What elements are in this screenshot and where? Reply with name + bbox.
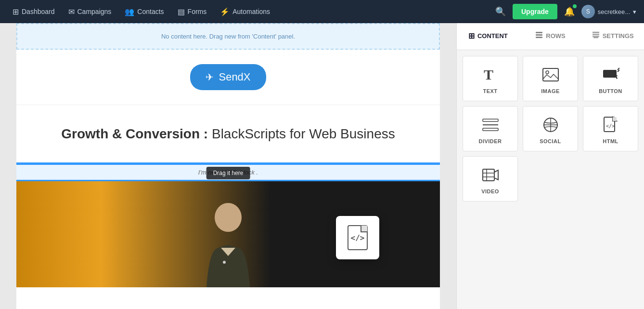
image-icon	[542, 66, 559, 83]
sendx-label: SendX	[219, 71, 250, 83]
svg-rect-4	[536, 37, 542, 38]
svg-rect-8	[592, 32, 599, 33]
username-label: secretkee...	[598, 8, 630, 15]
svg-marker-27	[494, 170, 498, 180]
html-brackets-icon: </>	[351, 233, 365, 242]
drag-tooltip: Drag it here	[206, 167, 250, 179]
block-html-label: HTML	[603, 138, 618, 144]
top-navigation: ⊞ Dashboard ✉ Campaigns 👥 Contacts ▤ For…	[0, 0, 644, 23]
block-image[interactable]: IMAGE	[523, 56, 578, 101]
svg-point-0	[215, 203, 242, 232]
svg-line-14	[618, 68, 619, 70]
svg-rect-19	[483, 128, 498, 131]
svg-line-15	[618, 70, 619, 72]
campaigns-icon: ✉	[68, 7, 75, 16]
nav-contacts-label: Contacts	[137, 8, 164, 15]
contacts-icon: 👥	[125, 7, 134, 16]
avatar: S	[581, 5, 595, 18]
chevron-down-icon: ▾	[633, 8, 636, 15]
notifications-button[interactable]: 🔔	[561, 3, 578, 20]
headline-text: Growth & Conversion : BlackScripts for W…	[45, 124, 411, 143]
right-panel: ⊞ CONTENT ROWS	[456, 23, 644, 309]
svg-rect-11	[543, 68, 558, 81]
button-icon	[602, 66, 619, 83]
nav-contacts[interactable]: 👥 Contacts	[120, 4, 168, 19]
content-tab-icon: ⊞	[468, 31, 475, 40]
logo-section: ✈ SendX	[16, 50, 440, 105]
nav-dashboard[interactable]: ⊞ Dashboard	[8, 4, 60, 19]
text-icon: T	[482, 66, 499, 83]
no-content-bar: No content here. Drag new from 'Content'…	[16, 23, 440, 50]
notification-badge	[573, 4, 577, 8]
svg-point-12	[546, 71, 549, 74]
dashboard-icon: ⊞	[13, 7, 19, 16]
svg-text:</>: </>	[606, 123, 615, 129]
nav-campaigns[interactable]: ✉ Campaigns	[64, 4, 116, 19]
block-text-label: TEXT	[483, 88, 497, 94]
panel-content: T TEXT IMAGE	[457, 50, 644, 309]
video-icon	[482, 166, 499, 184]
tab-settings[interactable]: SETTINGS	[581, 23, 644, 50]
svg-rect-7	[592, 36, 599, 37]
svg-rect-9	[593, 37, 598, 38]
nav-forms-label: Forms	[188, 8, 207, 15]
svg-rect-24	[613, 117, 617, 121]
settings-tab-label: SETTINGS	[603, 32, 634, 40]
rows-tab-icon	[535, 31, 543, 40]
block-button-label: BUTTON	[599, 88, 622, 94]
speaker-silhouette	[180, 191, 276, 287]
tab-rows[interactable]: ROWS	[519, 23, 582, 50]
automations-icon: ⚡	[220, 7, 230, 16]
headline-normal: BlackScripts for Web Business	[212, 126, 395, 141]
upgrade-button[interactable]: Upgrade	[513, 4, 557, 19]
nav-forms[interactable]: ▤ Forms	[173, 4, 212, 19]
canvas-area: No content here. Drag new from 'Content'…	[0, 23, 456, 309]
sendx-logo-button[interactable]: ✈ SendX	[190, 64, 266, 90]
block-social[interactable]: SOCIAL	[523, 106, 578, 151]
forms-icon: ▤	[178, 7, 185, 16]
block-social-label: SOCIAL	[540, 138, 561, 144]
svg-rect-3	[536, 34, 542, 36]
email-canvas: No content here. Drag new from 'Content'…	[16, 23, 440, 309]
html-doc-icon: </>	[348, 225, 368, 250]
block-video[interactable]: VIDEO	[463, 156, 518, 202]
svg-rect-2	[536, 32, 542, 33]
floating-html-icon: </>	[336, 216, 379, 259]
nav-automations-label: Automations	[232, 8, 270, 15]
headline-section: Growth & Conversion : BlackScripts for W…	[16, 105, 440, 163]
svg-rect-26	[483, 169, 494, 181]
html-block-icon: </>	[602, 116, 619, 134]
html-drop-zone[interactable]: Drag it here I'm new HTML block .	[16, 163, 440, 181]
drag-tooltip-text: Drag it here	[213, 170, 244, 176]
settings-tab-icon	[592, 31, 600, 40]
svg-text:T: T	[484, 67, 493, 82]
headline-bold: Growth & Conversion :	[61, 126, 208, 141]
block-video-label: VIDEO	[481, 188, 499, 194]
social-icon	[542, 116, 559, 134]
block-button[interactable]: BUTTON	[583, 56, 638, 101]
panel-tabs: ⊞ CONTENT ROWS	[457, 23, 644, 50]
nav-dashboard-label: Dashboard	[22, 8, 55, 15]
block-text[interactable]: T TEXT	[463, 56, 518, 101]
nav-automations[interactable]: ⚡ Automations	[215, 4, 275, 19]
svg-rect-17	[483, 119, 498, 121]
divider-icon	[482, 116, 499, 134]
user-menu[interactable]: S secretkee... ▾	[581, 5, 636, 18]
search-button[interactable]: 🔍	[492, 3, 509, 20]
tab-content[interactable]: ⊞ CONTENT	[457, 23, 519, 50]
svg-point-1	[223, 261, 226, 264]
plane-icon: ✈	[206, 71, 214, 83]
rows-tab-label: ROWS	[546, 32, 565, 40]
block-divider[interactable]: DIVIDER	[463, 106, 518, 151]
html-icon-inner: </>	[348, 225, 368, 250]
no-content-text: No content here. Drag new from 'Content'…	[161, 33, 295, 40]
svg-rect-6	[592, 34, 599, 35]
block-divider-label: DIVIDER	[478, 138, 502, 144]
content-tab-label: CONTENT	[477, 32, 508, 40]
block-image-label: IMAGE	[541, 88, 560, 94]
block-html[interactable]: </> HTML	[583, 106, 638, 151]
nav-campaigns-label: Campaigns	[77, 8, 112, 15]
main-layout: No content here. Drag new from 'Content'…	[0, 23, 644, 309]
